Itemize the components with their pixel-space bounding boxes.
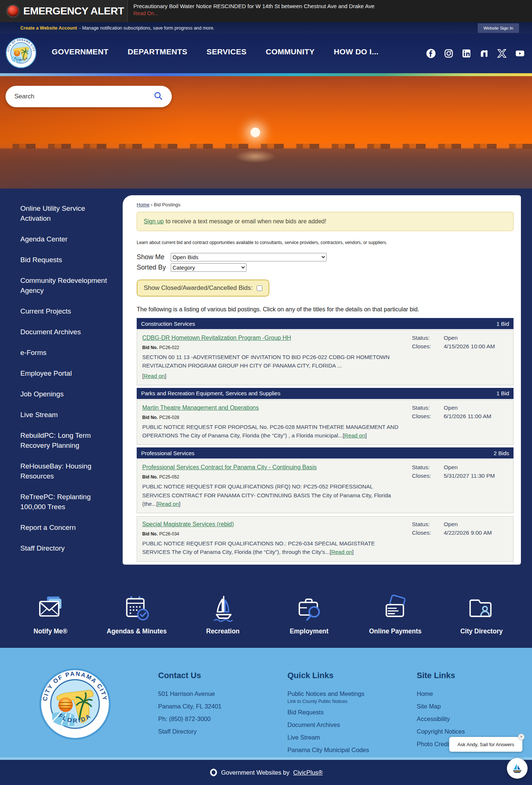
show-closed-bids-label: Show Closed/Awarded/Cancelled Bids:: [144, 284, 253, 292]
footer-copyright-notices-link[interactable]: Copyright Notices: [417, 728, 465, 735]
closes-label: Closes:: [412, 343, 434, 350]
website-sign-in-button[interactable]: Website Sign In: [478, 23, 519, 33]
account-bar-text: - Manage notification subscriptions, sav…: [79, 26, 215, 31]
sidebar-item-employee-portal[interactable]: Employee Portal: [20, 368, 114, 378]
sidebar-item-live-stream[interactable]: Live Stream: [20, 410, 114, 420]
read-on-link[interactable]: Read on: [331, 549, 352, 555]
bid-category-construction: Construction Services 1 Bid CDBG-DR Home…: [137, 318, 514, 385]
sidebar-item-job-openings[interactable]: Job Openings: [20, 389, 114, 399]
chat-button[interactable]: [507, 758, 528, 779]
quick-link-recreation[interactable]: Recreation: [180, 594, 266, 635]
nav-how-do-i[interactable]: HOW DO I...: [334, 47, 379, 56]
footer-live-stream-link[interactable]: Live Stream: [287, 734, 369, 741]
closes-value: 4/15/2026 10:00 AM: [444, 343, 509, 350]
search-icon[interactable]: [153, 91, 163, 102]
facebook-icon[interactable]: [426, 48, 436, 58]
sidebar-item-bid-requests[interactable]: Bid Requests: [20, 255, 114, 265]
nav-community[interactable]: COMMUNITY: [266, 47, 314, 56]
closes-value: 4/22/2026 9:00 AM: [444, 529, 509, 536]
footer-accessibility-link[interactable]: Accessibility: [417, 715, 465, 723]
footer-staff-directory-link[interactable]: Staff Directory: [158, 728, 222, 735]
search-input[interactable]: [14, 93, 153, 100]
sidebar-item-agenda-center[interactable]: Agenda Center: [20, 234, 114, 244]
bid-title-link[interactable]: CDBG-DR Hometown Revitalization Program …: [142, 335, 291, 341]
bid-no-label: Bid No.: [142, 474, 158, 480]
read-on-link[interactable]: Read on: [144, 373, 165, 379]
footer-public-notices-link[interactable]: Public Notices and Meetings: [287, 690, 369, 697]
bid-category-professional: Professional Services 2 Bids Professiona…: [137, 447, 514, 561]
footer-municipal-codes-link[interactable]: Panama City Municipal Codes: [287, 747, 369, 754]
sailboat-icon: [208, 594, 237, 623]
quick-link-label: Employment: [290, 627, 328, 635]
sign-up-link[interactable]: Sign up: [144, 218, 164, 225]
status-label: Status:: [412, 335, 434, 341]
footer-public-notices-sub: Link to County Public Notices: [287, 699, 369, 704]
signup-banner: Sign up to receive a text message or ema…: [137, 212, 514, 231]
sidebar-item-current-projects[interactable]: Current Projects: [20, 306, 114, 316]
sidebar-item-eforms[interactable]: e-Forms: [20, 348, 114, 358]
category-name: Construction Services: [141, 321, 195, 327]
sailboat-chat-icon: [511, 762, 524, 775]
footer-quick-links: Quick Links Public Notices and Meetings …: [287, 671, 369, 759]
quick-link-label: Agendas & Minutes: [107, 627, 167, 635]
show-closed-bids-checkbox[interactable]: [257, 285, 262, 291]
city-logo[interactable]: [6, 37, 37, 70]
status-value: Open: [444, 464, 509, 471]
bid-postings-panel: Home › Bid Postings Sign up to receive a…: [123, 195, 521, 565]
quick-link-label: Notify Me®: [34, 627, 68, 635]
footer-site-map-link[interactable]: Site Map: [417, 703, 465, 710]
quick-link-label: Recreation: [206, 627, 239, 635]
read-on-link[interactable]: Read On...: [133, 10, 158, 16]
quick-link-agendas-minutes[interactable]: Agendas & Minutes: [93, 594, 180, 635]
show-me-select[interactable]: Open Bids: [171, 253, 327, 261]
sidebar-item-staff-directory[interactable]: Staff Directory: [20, 543, 114, 553]
status-value: Open: [444, 405, 509, 411]
sidebar-item-rebuildpc[interactable]: RebuildPC: Long Term Recovery Planning: [20, 430, 114, 450]
bid-title-link[interactable]: Special Magistrate Services (rebid): [142, 521, 234, 527]
instagram-icon[interactable]: [444, 48, 454, 58]
civicplus-link[interactable]: CivicPlus®: [293, 769, 323, 776]
footer-bid-requests-link[interactable]: Bid Requests: [287, 709, 369, 716]
footer-home-link[interactable]: Home: [417, 690, 465, 697]
bid-title-link[interactable]: Professional Services Contract for Panam…: [142, 464, 317, 470]
youtube-icon[interactable]: [515, 48, 525, 58]
sorted-by-select[interactable]: Category: [171, 263, 246, 272]
x-twitter-icon[interactable]: [497, 48, 507, 58]
nextdoor-icon[interactable]: [479, 48, 489, 58]
nav-government[interactable]: GOVERNMENT: [52, 47, 109, 56]
sidebar-item-online-utility[interactable]: Online Utility Service Activation: [20, 203, 114, 223]
sidebar-item-report-a-concern[interactable]: Report a Concern: [20, 522, 114, 532]
chat-tooltip-close-icon[interactable]: ×: [518, 734, 525, 740]
quick-link-notify-me[interactable]: Notify Me®: [7, 594, 93, 635]
bid-title-link[interactable]: Martin Theatre Management and Operations: [142, 405, 259, 411]
quick-link-label: City Directory: [460, 627, 503, 635]
linkedin-icon[interactable]: [461, 48, 471, 58]
bid-no-label: Bid No.: [142, 345, 158, 350]
closes-value: 6/1/2026 11:00 AM: [444, 413, 509, 420]
bid-row: Professional Services Contract for Panam…: [137, 459, 514, 513]
quick-link-employment[interactable]: Employment: [266, 594, 352, 635]
nav-services[interactable]: SERVICES: [207, 47, 246, 56]
signup-banner-text: to receive a text message or email when …: [166, 218, 326, 225]
credit-card-icon: [381, 594, 410, 623]
breadcrumb: Home › Bid Postings: [137, 202, 514, 207]
breadcrumb-home-link[interactable]: Home: [137, 202, 150, 207]
footer-heading: Quick Links: [287, 671, 369, 680]
quick-link-online-payments[interactable]: Online Payments: [352, 594, 438, 635]
sidebar-item-rehousebay[interactable]: ReHouseBay: Housing Resources: [20, 461, 114, 481]
create-account-link[interactable]: Create a Website Account: [20, 26, 77, 31]
main-navigation: GOVERNMENT DEPARTMENTS SERVICES COMMUNIT…: [52, 47, 379, 56]
footer-document-archives-link[interactable]: Document Archives: [287, 721, 369, 728]
nav-departments[interactable]: DEPARTMENTS: [128, 47, 188, 56]
sidebar-item-retreepc[interactable]: ReTreePC: Replanting 100,000 Trees: [20, 492, 114, 512]
sidebar-item-community-redevelopment[interactable]: Community Redevelopment Agency: [20, 275, 114, 295]
read-on-link[interactable]: Read on: [344, 432, 365, 439]
sun-reflection: [235, 150, 276, 163]
closes-label: Closes:: [412, 413, 434, 420]
read-on-link[interactable]: Read on: [158, 501, 179, 507]
sidebar-item-document-archives[interactable]: Document Archives: [20, 327, 114, 337]
bid-listing: Construction Services 1 Bid CDBG-DR Home…: [137, 318, 514, 562]
city-skyline: [0, 144, 532, 149]
quick-link-city-directory[interactable]: City Directory: [439, 594, 525, 635]
calendar-check-icon: [122, 594, 151, 623]
